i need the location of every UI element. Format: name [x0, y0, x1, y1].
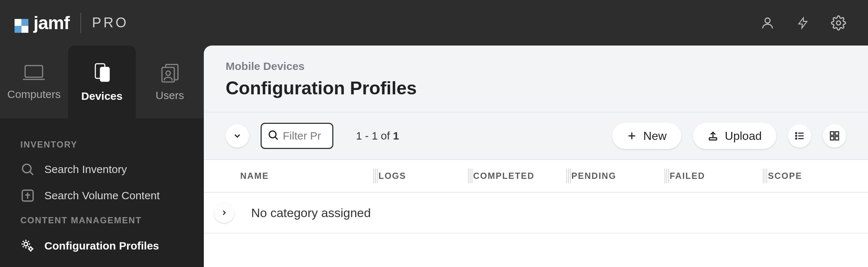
- app-icon: [20, 188, 35, 203]
- svg-point-14: [23, 164, 31, 173]
- profiles-table: NAME LOGS COMPLETED PENDING FAILED SCOPE…: [204, 159, 868, 267]
- sidebar-item-search-volume-content[interactable]: Search Volume Content: [0, 182, 204, 209]
- account-icon[interactable]: [760, 16, 775, 30]
- upload-button[interactable]: Upload: [693, 123, 776, 149]
- svg-point-30: [796, 136, 797, 137]
- sidebar-item-label: Search Inventory: [44, 163, 127, 176]
- sidebar-item-configuration-profiles[interactable]: Configuration Profiles: [0, 232, 204, 260]
- col-logs[interactable]: LOGS: [378, 171, 473, 181]
- svg-marker-4: [799, 17, 807, 28]
- table-group-row: No category assigned: [204, 193, 868, 233]
- tab-users[interactable]: Users: [136, 46, 204, 118]
- tab-label: Computers: [7, 88, 61, 101]
- sidebar-item-label: Configuration Profiles: [44, 240, 159, 252]
- svg-rect-25: [709, 138, 717, 140]
- svg-rect-6: [25, 66, 43, 77]
- mobile-devices-icon: [91, 62, 113, 83]
- search-icon: [20, 162, 35, 177]
- svg-point-31: [796, 138, 797, 139]
- group-toggle-button[interactable]: [214, 203, 234, 223]
- brand-divider: [80, 13, 81, 33]
- svg-point-29: [796, 133, 797, 134]
- new-button-label: New: [643, 129, 667, 143]
- range-prefix: 1 - 1 of: [356, 130, 393, 142]
- tab-devices[interactable]: Devices: [68, 46, 136, 118]
- svg-rect-32: [831, 132, 834, 135]
- col-scope[interactable]: SCOPE: [768, 171, 841, 181]
- svg-point-20: [29, 247, 32, 250]
- sidebar-item-search-inventory[interactable]: Search Inventory: [0, 156, 204, 182]
- sidebar: INVENTORY Search Inventory Search Volume…: [0, 118, 204, 267]
- brand-logo: jamf: [15, 12, 70, 34]
- sidebar-heading-inventory: INVENTORY: [0, 133, 204, 156]
- upload-icon: [708, 130, 718, 141]
- toolbar: 1 - 1 of 1 New Upload: [204, 112, 868, 159]
- col-completed[interactable]: COMPLETED: [473, 171, 571, 181]
- collapse-all-button[interactable]: [226, 124, 249, 148]
- svg-rect-1: [15, 19, 21, 26]
- users-icon: [159, 62, 181, 83]
- brand-suffix: PRO: [92, 15, 128, 31]
- col-name[interactable]: NAME: [240, 171, 378, 181]
- sidebar-heading-content-management: CONTENT MANAGEMENT: [0, 209, 204, 232]
- laptop-icon: [22, 63, 45, 82]
- svg-rect-2: [21, 26, 28, 33]
- settings-icon[interactable]: [831, 15, 846, 31]
- page-title: Configuration Profiles: [226, 78, 846, 99]
- svg-point-3: [765, 18, 770, 23]
- tab-computers[interactable]: Computers: [0, 46, 68, 118]
- svg-point-5: [836, 21, 840, 25]
- breadcrumb: Mobile Devices: [226, 60, 846, 72]
- sidebar-item-label: Search Volume Content: [44, 189, 160, 202]
- tab-label: Users: [156, 89, 184, 102]
- range-total: 1: [393, 130, 399, 142]
- list-view-button[interactable]: [788, 124, 811, 148]
- left-column: Computers Devices Users INVENTORY: [0, 46, 204, 267]
- filter-input-container[interactable]: [261, 123, 333, 149]
- gear-pair-icon: [20, 238, 35, 254]
- new-button[interactable]: New: [612, 123, 681, 149]
- svg-point-19: [24, 242, 28, 246]
- svg-point-21: [269, 131, 276, 138]
- svg-rect-33: [835, 132, 839, 135]
- col-pending[interactable]: PENDING: [571, 171, 670, 181]
- plus-icon: [627, 131, 637, 141]
- svg-point-10: [104, 78, 106, 80]
- tab-label: Devices: [81, 90, 122, 102]
- svg-line-15: [30, 172, 33, 175]
- svg-rect-34: [831, 137, 834, 140]
- notifications-icon[interactable]: [797, 16, 809, 30]
- grid-view-button[interactable]: [823, 124, 846, 148]
- content-header: Mobile Devices Configuration Profiles: [204, 46, 868, 112]
- brand: jamf PRO: [15, 12, 128, 34]
- topbar: jamf PRO: [0, 0, 868, 46]
- content-panel: Mobile Devices Configuration Profiles 1 …: [204, 46, 868, 267]
- upload-button-label: Upload: [725, 129, 762, 143]
- brand-mark-icon: [15, 16, 28, 30]
- col-failed[interactable]: FAILED: [670, 171, 768, 181]
- top-actions: [760, 15, 846, 31]
- group-label: No category assigned: [251, 206, 371, 220]
- filter-input[interactable]: [283, 130, 326, 142]
- result-range: 1 - 1 of 1: [356, 130, 399, 142]
- brand-name: jamf: [33, 12, 70, 34]
- svg-line-22: [275, 137, 278, 140]
- search-icon: [267, 129, 279, 142]
- table-header: NAME LOGS COMPLETED PENDING FAILED SCOPE: [204, 159, 868, 193]
- primary-tabs: Computers Devices Users: [0, 46, 204, 118]
- svg-rect-35: [835, 137, 839, 140]
